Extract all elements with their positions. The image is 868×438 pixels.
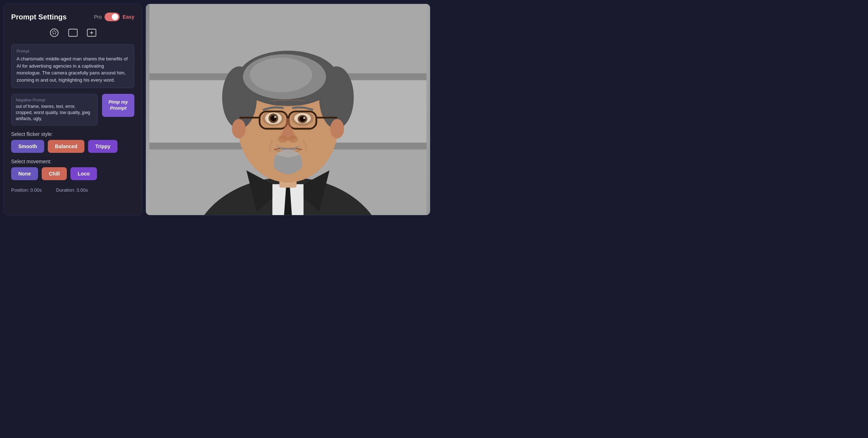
movement-buttons: None Chill Loco bbox=[11, 167, 134, 180]
movement-none-button[interactable]: None bbox=[11, 167, 38, 180]
mode-easy-label: Easy bbox=[123, 14, 134, 20]
svg-rect-6 bbox=[69, 29, 77, 36]
right-panel bbox=[146, 4, 430, 215]
svg-point-2 bbox=[54, 30, 55, 31]
icon-toolbar bbox=[11, 27, 134, 38]
pimp-my-prompt-button[interactable]: Pimp myPrompt bbox=[102, 94, 134, 117]
svg-point-46 bbox=[288, 136, 298, 142]
prompt-text: A charismatic middle-aged man shares the… bbox=[17, 55, 129, 83]
svg-point-1 bbox=[52, 31, 53, 32]
svg-point-4 bbox=[55, 33, 56, 34]
movement-loco-button[interactable]: Loco bbox=[70, 167, 97, 180]
panel-title: Prompt Settings bbox=[11, 13, 66, 21]
prompt-label: Prompt bbox=[17, 49, 129, 53]
negative-prompt-row: Negative Prompt out of frame, lowres, te… bbox=[11, 94, 134, 126]
palette-icon[interactable] bbox=[49, 27, 60, 38]
flicker-smooth-button[interactable]: Smooth bbox=[11, 140, 44, 153]
negative-prompt-box[interactable]: Negative Prompt out of frame, lowres, te… bbox=[11, 94, 98, 126]
flicker-style-label: Select flicker style: bbox=[11, 131, 134, 137]
negative-prompt-label: Negative Prompt bbox=[16, 98, 93, 102]
movement-section: Select movement: None Chill Loco bbox=[11, 159, 134, 180]
pro-easy-toggle[interactable] bbox=[105, 13, 120, 21]
footer-row: Position: 0.00s Duration: 3.00s bbox=[11, 187, 134, 193]
svg-point-28 bbox=[232, 119, 246, 138]
flicker-style-section: Select flicker style: Smooth Balanced Tr… bbox=[11, 131, 134, 153]
position-display: Position: 0.00s bbox=[11, 187, 42, 193]
flicker-style-buttons: Smooth Balanced Trippy bbox=[11, 140, 134, 153]
svg-point-5 bbox=[52, 33, 54, 34]
svg-point-0 bbox=[50, 29, 58, 37]
svg-point-39 bbox=[303, 117, 305, 119]
portrait-image bbox=[146, 4, 430, 215]
header-row: Prompt Settings Pro Easy bbox=[11, 13, 134, 21]
flicker-balanced-button[interactable]: Balanced bbox=[48, 140, 84, 153]
svg-point-3 bbox=[55, 31, 56, 32]
movement-label: Select movement: bbox=[11, 159, 134, 164]
pimp-button-label: Pimp myPrompt bbox=[108, 99, 128, 111]
svg-point-35 bbox=[274, 116, 276, 118]
movement-chill-button[interactable]: Chill bbox=[42, 167, 67, 180]
negative-prompt-text: out of frame, lowres, text, error, cropp… bbox=[16, 104, 93, 122]
mode-toggle: Pro Easy bbox=[94, 13, 135, 21]
svg-point-27 bbox=[250, 58, 312, 92]
prompt-box[interactable]: Prompt A charismatic middle-aged man sha… bbox=[11, 44, 134, 88]
flicker-trippy-button[interactable]: Trippy bbox=[88, 140, 117, 153]
mode-pro-label: Pro bbox=[94, 14, 102, 20]
svg-point-29 bbox=[330, 119, 344, 138]
svg-point-45 bbox=[278, 136, 288, 142]
left-panel: Prompt Settings Pro Easy bbox=[4, 4, 142, 215]
add-image-icon[interactable] bbox=[86, 27, 97, 38]
duration-display: Duration: 3.00s bbox=[56, 187, 88, 193]
frame-icon[interactable] bbox=[67, 27, 79, 38]
